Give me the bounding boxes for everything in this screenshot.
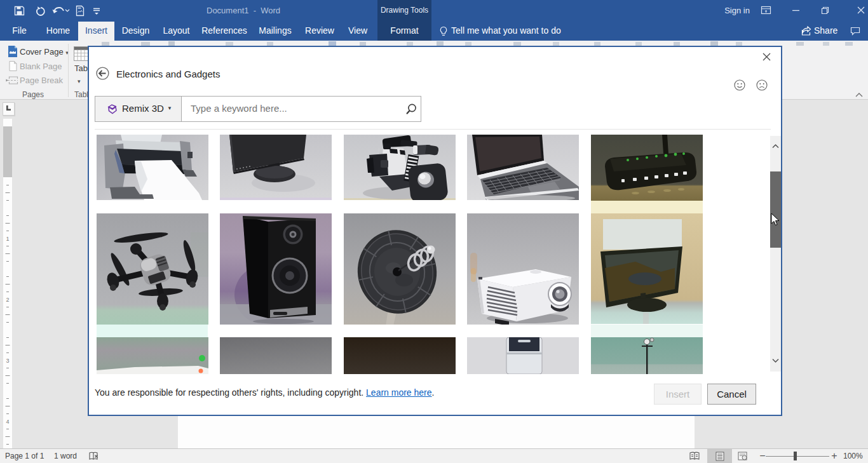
svg-text:3: 3: [6, 358, 9, 364]
svg-text:2: 2: [6, 297, 9, 303]
svg-text:4: 4: [6, 419, 9, 425]
svg-text:1: 1: [6, 236, 9, 242]
